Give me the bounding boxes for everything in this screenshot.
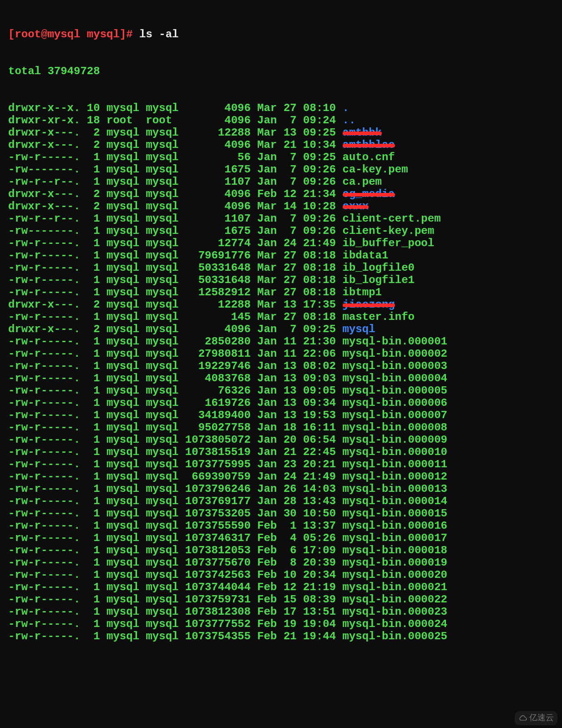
link-count: 1	[87, 593, 100, 606]
link-count: 2	[87, 200, 100, 212]
date: Mar 27 08:18	[257, 311, 336, 323]
file-name: ca-key.pem	[343, 163, 408, 176]
perm: -rw-------.	[8, 163, 80, 176]
link-count: 2	[87, 298, 100, 311]
list-row: drwxr-x---. 2 mysql mysql 12288 Mar 13 0…	[8, 126, 554, 139]
date: Jan 11 21:30	[257, 335, 336, 348]
link-count: 1	[87, 225, 100, 237]
date: Mar 27 08:18	[257, 249, 336, 262]
file-name: cxxx	[343, 200, 369, 212]
date: Jan 20 06:54	[257, 434, 336, 446]
owner: mysql	[106, 483, 139, 495]
perm: -rw-r-----.	[8, 507, 80, 520]
group: mysql	[146, 188, 178, 200]
size: 76326	[185, 384, 251, 397]
owner: mysql	[106, 606, 139, 618]
perm: drwxr-x---.	[8, 298, 80, 311]
file-name: amtbblac	[343, 139, 395, 151]
list-row: -rw-r-----. 1 mysql mysql 19229746 Jan 1…	[8, 360, 554, 372]
list-row: -rw-r-----. 1 mysql mysql 12582912 Mar 2…	[8, 286, 554, 298]
group: mysql	[146, 606, 178, 618]
link-count: 1	[87, 176, 100, 188]
size: 1073769177	[185, 495, 251, 507]
file-name: mysql-bin.000025	[343, 630, 447, 642]
owner: mysql	[106, 470, 139, 483]
date: Jan 7 09:26	[257, 176, 336, 188]
file-name: mysql-bin.000002	[343, 348, 447, 360]
file-name: master.info	[343, 311, 415, 323]
date: Mar 13 17:35	[257, 298, 336, 311]
link-count: 1	[87, 151, 100, 163]
perm: -rw-r-----.	[8, 618, 80, 630]
perm: -rw-r-----.	[8, 434, 80, 446]
date: Jan 23 20:21	[257, 458, 336, 470]
owner: root	[106, 114, 139, 126]
link-count: 2	[87, 139, 100, 151]
list-row: drwxr-x---. 2 mysql mysql 4096 Mar 14 10…	[8, 200, 554, 212]
group: mysql	[146, 630, 178, 642]
file-name: mysql-bin.000015	[343, 507, 447, 520]
link-count: 1	[87, 421, 100, 434]
file-name: ib_logfile1	[343, 274, 415, 286]
owner: mysql	[106, 421, 139, 434]
size: 1073744044	[185, 581, 251, 593]
file-name: mysql-bin.000024	[343, 618, 447, 630]
list-row: -rw-r-----. 1 mysql mysql 34189400 Jan 1…	[8, 409, 554, 421]
date: Jan 13 19:53	[257, 409, 336, 421]
size: 95027758	[185, 421, 251, 434]
link-count: 1	[87, 237, 100, 249]
file-name: mysql-bin.000017	[343, 532, 447, 544]
perm: -rw-r-----.	[8, 470, 80, 483]
file-name: mysql-bin.000023	[343, 606, 447, 618]
group: mysql	[146, 102, 178, 114]
file-name: mysql-bin.000013	[343, 483, 447, 495]
link-count: 1	[87, 397, 100, 409]
size: 1073755590	[185, 520, 251, 532]
link-count: 1	[87, 569, 100, 581]
date: Feb 4 05:26	[257, 532, 336, 544]
perm: -rw-r-----.	[8, 544, 80, 556]
group: mysql	[146, 556, 178, 569]
group: mysql	[146, 421, 178, 434]
group: mysql	[146, 348, 178, 360]
terminal-output[interactable]: [root@mysql mysql]# ls -al total 3794972…	[0, 0, 562, 658]
date: Feb 8 20:39	[257, 556, 336, 569]
file-name: ..	[343, 114, 356, 126]
date: Mar 27 08:10	[257, 102, 336, 114]
list-row: drwxr-x---. 2 mysql mysql 4096 Jan 7 09:…	[8, 323, 554, 335]
size: 1073775995	[185, 458, 251, 470]
list-row: drwxr-xr-x. 18 root root 4096 Jan 7 09:2…	[8, 114, 554, 126]
perm: drwxr-x---.	[8, 188, 80, 200]
owner: mysql	[106, 409, 139, 421]
list-row: -rw-r-----. 1 mysql mysql 1073775995 Jan…	[8, 458, 554, 470]
perm: drwxr-x--x.	[8, 102, 80, 114]
perm: -rw-r-----.	[8, 237, 80, 249]
file-name: auto.cnf	[343, 151, 395, 163]
group: mysql	[146, 569, 178, 581]
group: mysql	[146, 434, 178, 446]
perm: -rw-r-----.	[8, 311, 80, 323]
size: 1675	[185, 225, 251, 237]
date: Jan 7 09:26	[257, 163, 336, 176]
date: Jan 7 09:24	[257, 114, 336, 126]
size: 145	[185, 311, 251, 323]
list-row: -rw-r-----. 1 mysql mysql 1619726 Jan 13…	[8, 397, 554, 409]
group: root	[146, 114, 178, 126]
size: 79691776	[185, 249, 251, 262]
group: mysql	[146, 323, 178, 335]
group: mysql	[146, 176, 178, 188]
group: mysql	[146, 286, 178, 298]
list-row: -rw-r-----. 1 mysql mysql 1073815519 Jan…	[8, 446, 554, 458]
date: Jan 13 09:34	[257, 397, 336, 409]
link-count: 1	[87, 581, 100, 593]
owner: mysql	[106, 102, 139, 114]
size: 4096	[185, 188, 251, 200]
size: 1073754355	[185, 630, 251, 642]
group: mysql	[146, 237, 178, 249]
group: mysql	[146, 212, 178, 225]
owner: mysql	[106, 495, 139, 507]
group: mysql	[146, 274, 178, 286]
list-row: -rw-------. 1 mysql mysql 1675 Jan 7 09:…	[8, 225, 554, 237]
size: 4096	[185, 323, 251, 335]
file-name: jiaczong	[343, 298, 395, 311]
